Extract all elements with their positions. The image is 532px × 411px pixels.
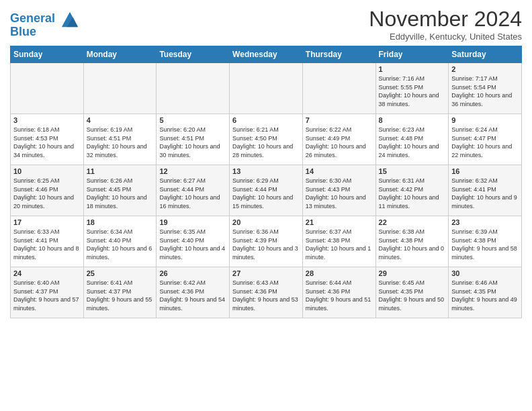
day-cell: 14Sunrise: 6:30 AM Sunset: 4:43 PM Dayli… (302, 165, 375, 216)
day-number: 6 (232, 116, 300, 124)
day-cell: 16Sunrise: 6:32 AM Sunset: 4:41 PM Dayli… (449, 165, 522, 216)
day-info: Sunrise: 6:43 AM Sunset: 4:36 PM Dayligh… (232, 279, 300, 312)
day-info: Sunrise: 6:33 AM Sunset: 4:41 PM Dayligh… (13, 228, 81, 261)
logo: General Blue (10, 9, 79, 39)
day-cell: 1Sunrise: 7:16 AM Sunset: 5:55 PM Daylig… (375, 63, 449, 114)
day-cell: 19Sunrise: 6:35 AM Sunset: 4:40 PM Dayli… (157, 216, 230, 267)
day-info: Sunrise: 7:17 AM Sunset: 5:54 PM Dayligh… (451, 75, 519, 108)
week-row-5: 24Sunrise: 6:40 AM Sunset: 4:37 PM Dayli… (11, 267, 522, 318)
day-cell: 12Sunrise: 6:27 AM Sunset: 4:44 PM Dayli… (157, 165, 230, 216)
day-info: Sunrise: 6:41 AM Sunset: 4:37 PM Dayligh… (87, 279, 154, 312)
day-info: Sunrise: 6:23 AM Sunset: 4:48 PM Dayligh… (379, 126, 446, 159)
day-info: Sunrise: 6:42 AM Sunset: 4:36 PM Dayligh… (159, 279, 226, 312)
day-number: 11 (87, 167, 154, 175)
day-number: 23 (451, 218, 519, 226)
header: General Blue November 2024 Eddyville, Ke… (10, 7, 522, 42)
day-number: 29 (379, 269, 446, 277)
col-header-tuesday: Tuesday (157, 46, 230, 63)
calendar-header-row: SundayMondayTuesdayWednesdayThursdayFrid… (11, 46, 522, 63)
day-number: 21 (306, 218, 373, 226)
calendar-table: SundayMondayTuesdayWednesdayThursdayFrid… (10, 46, 522, 318)
day-cell: 21Sunrise: 6:37 AM Sunset: 4:38 PM Dayli… (302, 216, 375, 267)
day-info: Sunrise: 6:34 AM Sunset: 4:40 PM Dayligh… (87, 228, 154, 261)
day-info: Sunrise: 6:29 AM Sunset: 4:44 PM Dayligh… (232, 177, 300, 210)
day-cell (83, 63, 157, 114)
day-number: 3 (13, 116, 81, 124)
day-cell: 6Sunrise: 6:21 AM Sunset: 4:50 PM Daylig… (230, 114, 303, 165)
day-cell (230, 63, 303, 114)
day-info: Sunrise: 6:25 AM Sunset: 4:46 PM Dayligh… (13, 177, 81, 210)
day-info: Sunrise: 6:38 AM Sunset: 4:38 PM Dayligh… (379, 228, 446, 261)
day-number: 26 (159, 269, 226, 277)
day-cell: 23Sunrise: 6:39 AM Sunset: 4:38 PM Dayli… (449, 216, 522, 267)
day-cell: 28Sunrise: 6:44 AM Sunset: 4:36 PM Dayli… (302, 267, 375, 318)
day-number: 8 (379, 116, 446, 124)
day-info: Sunrise: 6:44 AM Sunset: 4:36 PM Dayligh… (306, 279, 373, 312)
day-number: 10 (13, 167, 81, 175)
main-container: General Blue November 2024 Eddyville, Ke… (0, 0, 532, 325)
day-info: Sunrise: 6:24 AM Sunset: 4:47 PM Dayligh… (451, 126, 519, 159)
day-cell: 18Sunrise: 6:34 AM Sunset: 4:40 PM Dayli… (83, 216, 157, 267)
day-number: 24 (13, 269, 81, 277)
day-cell: 27Sunrise: 6:43 AM Sunset: 4:36 PM Dayli… (230, 267, 303, 318)
day-info: Sunrise: 6:39 AM Sunset: 4:38 PM Dayligh… (451, 228, 519, 261)
day-info: Sunrise: 6:45 AM Sunset: 4:35 PM Dayligh… (379, 279, 446, 312)
location: Eddyville, Kentucky, United States (369, 32, 522, 42)
logo-general: General (10, 11, 55, 25)
day-cell: 24Sunrise: 6:40 AM Sunset: 4:37 PM Dayli… (11, 267, 84, 318)
day-number: 9 (451, 116, 519, 124)
day-cell: 10Sunrise: 6:25 AM Sunset: 4:46 PM Dayli… (11, 165, 84, 216)
day-info: Sunrise: 6:22 AM Sunset: 4:49 PM Dayligh… (306, 126, 373, 159)
col-header-monday: Monday (83, 46, 157, 63)
day-info: Sunrise: 6:20 AM Sunset: 4:51 PM Dayligh… (159, 126, 226, 159)
day-cell: 13Sunrise: 6:29 AM Sunset: 4:44 PM Dayli… (230, 165, 303, 216)
day-number: 7 (306, 116, 373, 124)
day-number: 25 (87, 269, 154, 277)
day-info: Sunrise: 6:21 AM Sunset: 4:50 PM Dayligh… (232, 126, 300, 159)
day-number: 14 (306, 167, 373, 175)
day-info: Sunrise: 6:27 AM Sunset: 4:44 PM Dayligh… (159, 177, 226, 210)
day-number: 27 (232, 269, 300, 277)
day-info: Sunrise: 6:30 AM Sunset: 4:43 PM Dayligh… (306, 177, 373, 210)
day-number: 22 (379, 218, 446, 226)
day-cell: 26Sunrise: 6:42 AM Sunset: 4:36 PM Dayli… (157, 267, 230, 318)
day-cell: 5Sunrise: 6:20 AM Sunset: 4:51 PM Daylig… (157, 114, 230, 165)
col-header-thursday: Thursday (302, 46, 375, 63)
day-cell: 25Sunrise: 6:41 AM Sunset: 4:37 PM Dayli… (83, 267, 157, 318)
day-number: 17 (13, 218, 81, 226)
day-cell: 22Sunrise: 6:38 AM Sunset: 4:38 PM Dayli… (375, 216, 449, 267)
week-row-1: 1Sunrise: 7:16 AM Sunset: 5:55 PM Daylig… (11, 63, 522, 114)
day-info: Sunrise: 6:36 AM Sunset: 4:39 PM Dayligh… (232, 228, 300, 261)
logo-icon (60, 9, 79, 28)
day-cell: 30Sunrise: 6:46 AM Sunset: 4:35 PM Dayli… (449, 267, 522, 318)
month-title: November 2024 (369, 7, 522, 32)
day-cell: 4Sunrise: 6:19 AM Sunset: 4:51 PM Daylig… (83, 114, 157, 165)
day-number: 4 (87, 116, 154, 124)
day-number: 20 (232, 218, 300, 226)
col-header-sunday: Sunday (11, 46, 84, 63)
day-cell: 8Sunrise: 6:23 AM Sunset: 4:48 PM Daylig… (375, 114, 449, 165)
day-number: 28 (306, 269, 373, 277)
day-number: 5 (159, 116, 226, 124)
day-number: 18 (87, 218, 154, 226)
day-info: Sunrise: 6:26 AM Sunset: 4:45 PM Dayligh… (87, 177, 154, 210)
col-header-wednesday: Wednesday (230, 46, 303, 63)
day-info: Sunrise: 7:16 AM Sunset: 5:55 PM Dayligh… (379, 75, 446, 108)
day-info: Sunrise: 6:31 AM Sunset: 4:42 PM Dayligh… (379, 177, 446, 210)
week-row-2: 3Sunrise: 6:18 AM Sunset: 4:53 PM Daylig… (11, 114, 522, 165)
day-cell: 2Sunrise: 7:17 AM Sunset: 5:54 PM Daylig… (449, 63, 522, 114)
day-info: Sunrise: 6:19 AM Sunset: 4:51 PM Dayligh… (87, 126, 154, 159)
day-cell: 11Sunrise: 6:26 AM Sunset: 4:45 PM Dayli… (83, 165, 157, 216)
day-info: Sunrise: 6:37 AM Sunset: 4:38 PM Dayligh… (306, 228, 373, 261)
day-info: Sunrise: 6:40 AM Sunset: 4:37 PM Dayligh… (13, 279, 81, 312)
day-number: 16 (451, 167, 519, 175)
day-number: 13 (232, 167, 300, 175)
day-cell: 3Sunrise: 6:18 AM Sunset: 4:53 PM Daylig… (11, 114, 84, 165)
day-number: 12 (159, 167, 226, 175)
day-cell: 20Sunrise: 6:36 AM Sunset: 4:39 PM Dayli… (230, 216, 303, 267)
col-header-friday: Friday (375, 46, 449, 63)
day-number: 30 (451, 269, 519, 277)
day-number: 1 (379, 65, 446, 73)
title-block: November 2024 Eddyville, Kentucky, Unite… (369, 7, 522, 42)
day-number: 19 (159, 218, 226, 226)
